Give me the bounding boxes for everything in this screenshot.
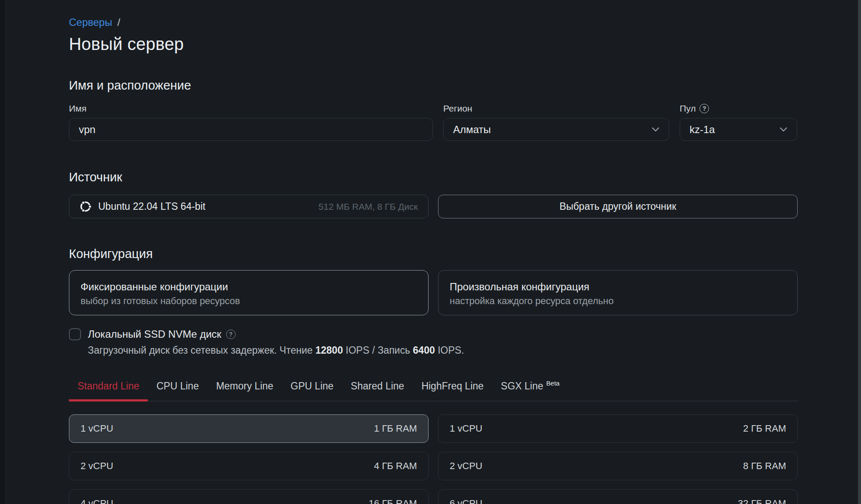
section-heading-source: Источник (69, 169, 798, 185)
tab-label: SGX Line (501, 380, 543, 392)
preset-cpu: 4 vCPU (81, 498, 113, 504)
tab-label: Memory Line (216, 380, 274, 392)
ssd-desc-post: IOPS. (435, 345, 464, 356)
region-label: Регион (443, 103, 669, 114)
preset-grid: 1 vCPU1 ГБ RAM1 vCPU2 ГБ RAM2 vCPU4 ГБ R… (69, 414, 798, 504)
preset-ram: 4 ГБ RAM (374, 460, 417, 472)
tab-label: CPU Line (156, 380, 199, 392)
preset-ram: 8 ГБ RAM (743, 460, 786, 472)
preset-card-6-vcpu-32-ram[interactable]: 6 vCPU32 ГБ RAM (438, 489, 798, 504)
configuration-type-row: Фиксированные конфигурации выбор из гото… (69, 270, 798, 315)
source-os-name: Ubuntu 22.04 LTS 64-bit (98, 201, 319, 212)
preset-card-1-vcpu-1-ram[interactable]: 1 vCPU1 ГБ RAM (69, 414, 429, 443)
ssd-write-iops: 6400 (413, 345, 435, 356)
custom-configuration-subtitle: настройка каждого ресурса отдельно (450, 295, 786, 307)
preset-cpu: 2 vCPU (450, 460, 482, 472)
region-selected-value: Алматы (453, 124, 491, 136)
pool-help-icon[interactable]: ? (699, 104, 709, 113)
beta-badge: Beta (546, 380, 559, 387)
breadcrumb-separator: / (117, 16, 120, 28)
page: Серверы/ Новый сервер Имя и расположение… (6, 0, 861, 504)
preset-cpu: 1 vCPU (450, 423, 482, 434)
tab-label: HighFreq Line (421, 380, 483, 392)
tab-sgx-line[interactable]: SGX LineBeta (492, 377, 568, 401)
fixed-configuration-subtitle: выбор из готовых наборов ресурсов (81, 295, 417, 307)
choose-other-source-button[interactable]: Выбрать другой источник (438, 195, 798, 218)
preset-cpu: 1 vCPU (81, 423, 113, 434)
fixed-configuration-title: Фиксированные конфигурации (81, 280, 417, 293)
preset-ram: 32 ГБ RAM (738, 498, 786, 504)
local-ssd-option: Локальный SSD NVMe диск ? Загрузочный ди… (69, 328, 798, 356)
pool-selected-value: kz-1a (690, 124, 715, 136)
name-field-group: Имя (69, 103, 433, 141)
page-title: Новый сервер (69, 34, 798, 54)
ssd-desc-mid: IOPS / Запись (343, 345, 413, 356)
local-ssd-label: Локальный SSD NVMe диск (88, 328, 221, 341)
fixed-configuration-card[interactable]: Фиксированные конфигурации выбор из гото… (69, 270, 429, 315)
tab-label: Standard Line (78, 380, 139, 392)
server-name-input[interactable] (69, 118, 433, 141)
line-tabs: Standard LineCPU LineMemory LineGPU Line… (69, 377, 798, 401)
source-os-specs: 512 МБ RAM, 8 ГБ Диск (319, 202, 418, 212)
tab-label: Shared Line (351, 380, 404, 392)
tab-highfreq-line[interactable]: HighFreq Line (413, 377, 492, 401)
tab-cpu-line[interactable]: CPU Line (148, 377, 207, 401)
pool-label: Пул ? (680, 103, 797, 114)
section-heading-name-location: Имя и расположение (69, 78, 798, 93)
ubuntu-logo-icon (80, 201, 91, 212)
tab-memory-line[interactable]: Memory Line (208, 377, 282, 401)
ssd-desc-pre: Загрузочный диск без сетевых задержек. Ч… (88, 345, 315, 356)
pool-select[interactable]: kz-1a (680, 118, 797, 141)
local-ssd-checkbox[interactable] (69, 328, 81, 340)
preset-cpu: 6 vCPU (450, 498, 482, 504)
tab-standard-line[interactable]: Standard Line (69, 377, 148, 401)
chevron-down-icon (652, 127, 659, 132)
tab-label: GPU Line (291, 380, 334, 392)
section-heading-configuration: Конфигурация (69, 246, 798, 261)
custom-configuration-card[interactable]: Произвольная конфигурация настройка кажд… (438, 270, 798, 315)
preset-ram: 2 ГБ RAM (743, 423, 786, 434)
pool-label-text: Пул (680, 103, 696, 114)
tab-shared-line[interactable]: Shared Line (342, 377, 413, 401)
preset-cpu: 2 vCPU (81, 460, 113, 472)
vertical-scrollbar[interactable] (858, 0, 861, 504)
tab-gpu-line[interactable]: GPU Line (282, 377, 342, 401)
selected-source-card[interactable]: Ubuntu 22.04 LTS 64-bit 512 МБ RAM, 8 ГБ… (69, 195, 429, 218)
chevron-down-icon (780, 127, 787, 132)
custom-configuration-title: Произвольная конфигурация (450, 280, 786, 293)
source-row: Ubuntu 22.04 LTS 64-bit 512 МБ RAM, 8 ГБ… (69, 195, 798, 218)
preset-ram: 16 ГБ RAM (369, 498, 417, 504)
name-label: Имя (69, 103, 433, 114)
preset-card-4-vcpu-16-ram[interactable]: 4 vCPU16 ГБ RAM (69, 489, 429, 504)
preset-ram: 1 ГБ RAM (374, 423, 417, 434)
name-location-fields: Имя Регион Алматы Пул ? kz-1a (69, 103, 798, 141)
pool-field-group: Пул ? kz-1a (680, 103, 797, 141)
local-ssd-description: Загрузочный диск без сетевых задержек. Ч… (88, 344, 464, 356)
preset-card-1-vcpu-2-ram[interactable]: 1 vCPU2 ГБ RAM (438, 414, 798, 443)
preset-card-2-vcpu-4-ram[interactable]: 2 vCPU4 ГБ RAM (69, 452, 429, 480)
ssd-read-iops: 12800 (315, 345, 343, 356)
region-select[interactable]: Алматы (443, 118, 669, 141)
local-ssd-texts: Локальный SSD NVMe диск ? Загрузочный ди… (88, 328, 464, 356)
preset-card-2-vcpu-8-ram[interactable]: 2 vCPU8 ГБ RAM (438, 452, 798, 480)
breadcrumb-link-servers[interactable]: Серверы (69, 16, 112, 28)
region-field-group: Регион Алматы (443, 103, 669, 141)
local-ssd-help-icon[interactable]: ? (226, 330, 236, 339)
breadcrumb: Серверы/ (69, 16, 798, 28)
